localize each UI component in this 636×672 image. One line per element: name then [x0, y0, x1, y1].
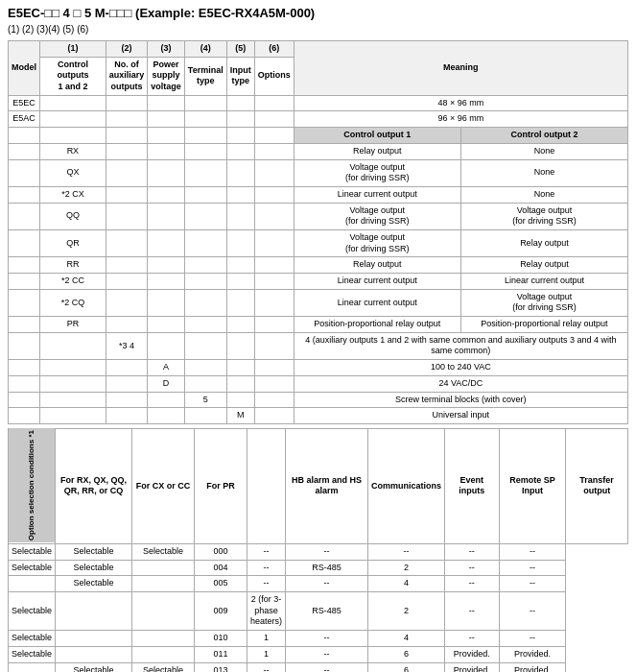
input-m: M	[226, 408, 254, 424]
cx-aux	[106, 186, 148, 203]
opt-009-hb: 2 (for 3-phase heaters)	[247, 592, 286, 631]
cx-input	[226, 186, 254, 203]
pr-opt	[254, 317, 294, 333]
opt-011-comm: --	[286, 646, 368, 662]
cq-aux	[106, 289, 148, 316]
rr-opt	[254, 257, 294, 274]
cx-opt	[254, 186, 294, 203]
qr-power	[148, 229, 185, 256]
a-meaning: 100 to 240 VAC	[294, 360, 627, 376]
pr-term	[184, 317, 226, 333]
opt-011-transfer: Provided.	[499, 646, 566, 662]
pr-meaning2: Position-proportional relay output	[460, 317, 627, 333]
d-opt	[254, 375, 294, 392]
page-title: E5EC-□□ 4 □ 5 M-□□□ (Example: E5EC-RX4A5…	[8, 6, 628, 20]
term-empty-m	[184, 408, 226, 424]
d-term	[184, 375, 226, 392]
opt-005-sel2: Selectable	[56, 576, 132, 592]
model-empty-pr	[9, 317, 40, 333]
aux-empty-d	[106, 375, 148, 392]
opt-000-remote: --	[445, 544, 500, 561]
cx-term	[184, 186, 226, 203]
opt-013-sel2: Selectable	[56, 662, 132, 672]
col-aux: No. ofauxiliaryoutputs	[106, 57, 148, 95]
opt-011-event: 6	[368, 646, 445, 662]
rx-opt	[254, 143, 294, 159]
col-remote: Remote SP Input	[499, 428, 566, 543]
model-empty-m	[9, 408, 40, 424]
power-d: D	[148, 375, 185, 392]
opt-000-sel3: Selectable	[132, 544, 195, 561]
cx-meaning2: None	[460, 186, 627, 203]
rr-meaning1: Relay output	[294, 257, 460, 274]
opt-013-transfer: Provided.	[499, 662, 566, 672]
e5ec-term	[184, 95, 226, 111]
col-model: Model	[9, 41, 40, 96]
e5ec-ctrl	[40, 95, 106, 111]
m-opt	[254, 408, 294, 424]
opt-000-sel2: Selectable	[56, 544, 132, 561]
opt-011-sel3	[132, 646, 195, 662]
star3-power	[148, 332, 185, 359]
opt-000-comm: --	[286, 544, 368, 561]
opt-005-remote: --	[445, 576, 500, 592]
pr-meaning1: Position-proportional relay output	[294, 317, 460, 333]
qx-aux	[106, 159, 148, 186]
cq-meaning1: Linear current output	[294, 289, 460, 316]
e5ac-power	[148, 111, 185, 128]
col-transfer: Transfer output	[566, 428, 628, 543]
ctrl-cc: *2 CC	[40, 274, 106, 290]
opt-013-comm: --	[286, 662, 368, 672]
opt-011-sel2	[56, 646, 132, 662]
e5ac-term	[184, 111, 226, 128]
a-input	[226, 360, 254, 376]
5-meaning: Screw terminal blocks (with cover)	[294, 392, 627, 408]
e5ac-opt	[254, 111, 294, 128]
opt-005-event: 4	[368, 576, 445, 592]
qq-aux	[106, 203, 148, 229]
opt-010-code: 010	[195, 631, 247, 647]
opt-011-sel1: Selectable	[9, 646, 56, 662]
opt-000-sel1: Selectable	[9, 544, 56, 561]
opt-011-hb: 1	[247, 646, 286, 662]
opt-013-code: 013	[195, 662, 247, 672]
model-empty-cx	[9, 186, 40, 203]
rr-meaning2: Relay output	[460, 257, 627, 274]
cc-meaning2: Linear current output	[460, 274, 627, 290]
e5ac-meaning: 96 × 96 mm	[294, 111, 627, 128]
e5ac-aux	[106, 111, 148, 128]
aux-empty-m	[106, 408, 148, 424]
opt-013-event: 6	[368, 662, 445, 672]
col-input: Inputtype	[226, 57, 254, 95]
opt-004-code: 004	[195, 560, 247, 576]
e5ec-input	[226, 95, 254, 111]
model-empty-qq	[9, 203, 40, 229]
cq-meaning2: Voltage output(for driving SSR)	[460, 289, 627, 316]
opt-000-code: 000	[195, 544, 247, 561]
d-input	[226, 375, 254, 392]
opt-011-code: 011	[195, 646, 247, 662]
opt-010-sel3	[132, 631, 195, 647]
5-input	[226, 392, 254, 408]
ctrl-empty-5	[40, 392, 106, 408]
ctrl-empty-m	[40, 408, 106, 424]
qx-input	[226, 159, 254, 186]
opt-004-hb: --	[247, 560, 286, 576]
model-empty-cc	[9, 274, 40, 290]
qx-meaning2: None	[460, 159, 627, 186]
empty-aux	[106, 128, 148, 144]
opt-000-event: --	[368, 544, 445, 561]
empty-term	[184, 128, 226, 144]
power-empty-5	[148, 392, 185, 408]
opt-004-event: 2	[368, 560, 445, 576]
opt-010-event: 4	[368, 631, 445, 647]
5-opt	[254, 392, 294, 408]
cc-aux	[106, 274, 148, 290]
e5ac-ctrl	[40, 111, 106, 128]
opt-009-code: 009	[195, 592, 247, 631]
cc-opt	[254, 274, 294, 290]
page-subtitle: (1) (2) (3)(4) (5) (6)	[8, 24, 628, 35]
cx-power	[148, 186, 185, 203]
model-empty-d	[9, 375, 40, 392]
opt-004-comm: RS-485	[286, 560, 368, 576]
